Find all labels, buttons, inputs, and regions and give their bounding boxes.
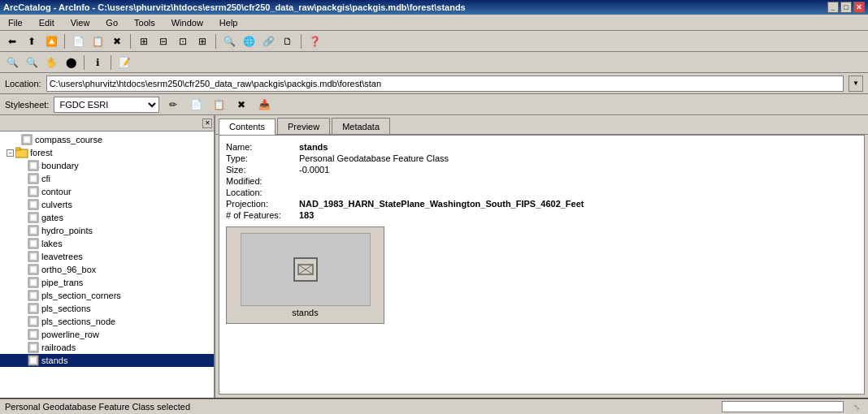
meta-projection-row: Projection: NAD_1983_HARN_StatePlane_Was… xyxy=(226,199,857,209)
connect-button[interactable]: 🔗 xyxy=(259,32,277,50)
tree-node-gates[interactable]: gates xyxy=(0,211,214,224)
status-text: Personal Geodatabase Feature Class selec… xyxy=(5,402,715,412)
identify-button[interactable]: ℹ xyxy=(89,54,106,71)
icon-pls_sections_node xyxy=(27,315,40,328)
status-bar: Personal Geodatabase Feature Class selec… xyxy=(0,398,868,414)
label-gates: gates xyxy=(41,213,63,222)
stylesheet-delete-button[interactable]: ✖ xyxy=(232,97,250,113)
meta-modified-label: Modified: xyxy=(226,176,299,186)
zoom-out-button[interactable]: 🔍 xyxy=(23,54,41,71)
tree-node-compass_course[interactable]: compass_course xyxy=(0,133,214,146)
tree-node-pipe_trans[interactable]: pipe_trans xyxy=(0,276,214,289)
tab-contents[interactable]: Contents xyxy=(219,119,276,135)
icon-leavetrees xyxy=(27,250,40,263)
tree-node-ortho_96_box[interactable]: ortho_96_box xyxy=(0,263,214,276)
tree-node-culverts[interactable]: culverts xyxy=(0,198,214,211)
tree-node-cfi[interactable]: cfi xyxy=(0,172,214,185)
menu-item-tools[interactable]: Tools xyxy=(129,16,160,29)
meta-features-value: 183 xyxy=(299,210,314,220)
sep5 xyxy=(84,55,85,70)
expander-forest[interactable]: − xyxy=(7,149,14,157)
svg-rect-17 xyxy=(30,240,37,247)
globe-button[interactable]: 🌐 xyxy=(240,32,258,50)
btn-b[interactable]: ⊟ xyxy=(154,32,172,50)
svg-rect-27 xyxy=(30,305,37,312)
tree-node-forest[interactable]: −forest xyxy=(0,146,214,159)
label-contour: contour xyxy=(41,187,72,196)
tree-node-pls_section_corners[interactable]: pls_section_corners xyxy=(0,289,214,302)
meta-size-value: -0.0001 xyxy=(299,165,329,175)
menu-item-go[interactable]: Go xyxy=(101,16,123,29)
tree-node-hydro_points[interactable]: hydro_points xyxy=(0,224,214,237)
location-input[interactable] xyxy=(46,75,844,92)
tabs-bar: Contents Preview Metadata xyxy=(215,115,868,135)
sep6 xyxy=(111,55,111,70)
label-lakes: lakes xyxy=(41,239,63,248)
stylesheet-new-button[interactable]: 📄 xyxy=(187,97,205,113)
close-button[interactable]: ✕ xyxy=(853,2,865,13)
preview-box: stands xyxy=(226,226,384,324)
copy-button[interactable]: 📄 xyxy=(69,32,87,50)
minimize-button[interactable]: _ xyxy=(827,2,839,13)
tree-node-railroads[interactable]: railroads xyxy=(0,341,214,354)
stylesheet-copy-button[interactable]: 📋 xyxy=(210,97,228,113)
meta-name-row: Name: stands xyxy=(226,142,857,152)
content-panel: Contents Preview Metadata Name: stands T… xyxy=(215,115,868,398)
label-pls_sections_node: pls_sections_node xyxy=(41,317,115,326)
delete-button[interactable]: ✖ xyxy=(108,32,126,50)
location-dropdown-button[interactable]: ▼ xyxy=(848,75,863,92)
tree-node-lakes[interactable]: lakes xyxy=(0,237,214,250)
tree-panel: ✕ compass_course−forestboundarycficontou… xyxy=(0,115,215,398)
help-button[interactable]: ❓ xyxy=(306,32,323,50)
svg-rect-35 xyxy=(30,357,37,364)
pan-button[interactable]: ✋ xyxy=(42,54,60,71)
tree-close-button[interactable]: ✕ xyxy=(202,119,212,128)
up-button[interactable]: 🔼 xyxy=(42,32,60,50)
menu-item-file[interactable]: File xyxy=(3,16,28,29)
box-button[interactable]: 🗋 xyxy=(279,32,297,50)
tab-preview[interactable]: Preview xyxy=(277,118,330,134)
search-button[interactable]: 🔍 xyxy=(220,32,238,50)
icon-pls_section_corners xyxy=(27,289,40,302)
tree-node-boundary[interactable]: boundary xyxy=(0,159,214,172)
stylesheet-edit-button[interactable]: ✏ xyxy=(164,97,182,113)
icon-ortho_96_box xyxy=(27,263,40,276)
forward-button[interactable]: ⬆ xyxy=(23,32,41,50)
menu-item-edit[interactable]: Edit xyxy=(34,16,59,29)
main-area: ✕ compass_course−forestboundarycficontou… xyxy=(0,115,868,398)
tree-node-pls_sections_node[interactable]: pls_sections_node xyxy=(0,315,214,328)
tree-node-powerline_row[interactable]: powerline_row xyxy=(0,328,214,341)
zoom-in-button[interactable]: 🔍 xyxy=(3,54,21,71)
btn-a[interactable]: ⊞ xyxy=(135,32,153,50)
full-extent-button[interactable]: ⬤ xyxy=(62,54,80,71)
stylesheet-bar: Stylesheet: FGDC ESRI ✏ 📄 📋 ✖ 📥 xyxy=(0,94,868,115)
resize-grip[interactable]: ⤡ xyxy=(850,400,863,413)
svg-rect-31 xyxy=(30,331,37,338)
menu-bar: FileEditViewGoToolsWindowHelp xyxy=(0,15,868,31)
stylesheet-select[interactable]: FGDC ESRI xyxy=(54,97,159,113)
tree-node-pls_sections[interactable]: pls_sections xyxy=(0,302,214,315)
tab-metadata[interactable]: Metadata xyxy=(332,118,390,134)
metadata-button[interactable]: 📝 xyxy=(115,54,133,71)
svg-rect-1 xyxy=(24,136,30,143)
btn-c[interactable]: ⊡ xyxy=(174,32,192,50)
label-cfi: cfi xyxy=(41,174,50,183)
menu-item-help[interactable]: Help xyxy=(215,16,243,29)
icon-powerline_row xyxy=(27,328,40,341)
back-button[interactable]: ⬅ xyxy=(3,32,21,50)
menu-item-view[interactable]: View xyxy=(66,16,95,29)
tree-node-leavetrees[interactable]: leavetrees xyxy=(0,250,214,263)
label-pls_sections: pls_sections xyxy=(41,304,91,313)
stylesheet-import-button[interactable]: 📥 xyxy=(255,97,273,113)
menu-item-window[interactable]: Window xyxy=(167,16,208,29)
icon-railroads xyxy=(27,341,40,354)
maximize-button[interactable]: □ xyxy=(840,2,852,13)
tree-node-contour[interactable]: contour xyxy=(0,185,214,198)
label-railroads: railroads xyxy=(41,343,76,352)
tree-node-stands[interactable]: stands xyxy=(0,354,214,367)
btn-d[interactable]: ⊞ xyxy=(193,32,211,50)
svg-rect-13 xyxy=(30,214,37,221)
svg-rect-33 xyxy=(30,344,37,351)
tree-content: compass_course−forestboundarycficontourc… xyxy=(0,132,214,369)
paste-button[interactable]: 📋 xyxy=(89,32,106,50)
